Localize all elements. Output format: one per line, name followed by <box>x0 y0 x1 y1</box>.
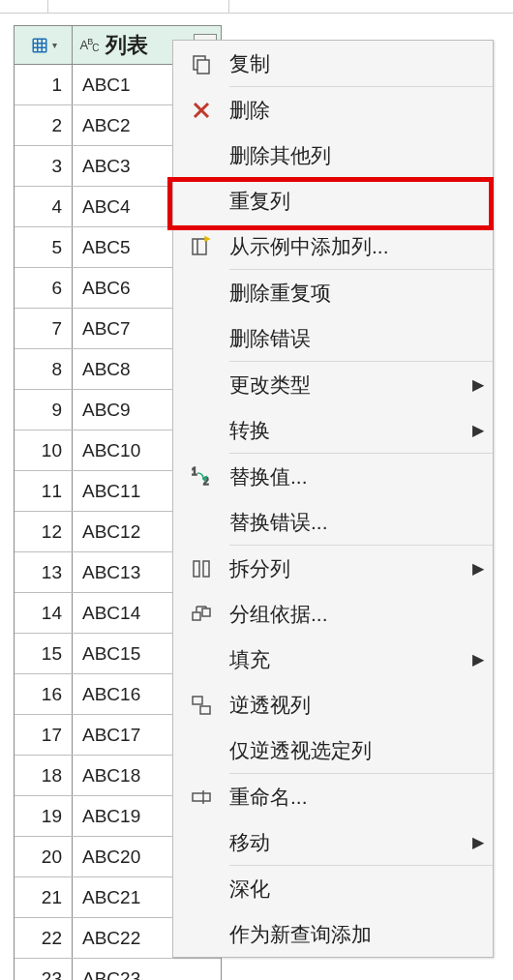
menu-add-column-from-examples[interactable]: 从示例中添加列... <box>173 223 493 269</box>
abc-type-icon: ABC <box>78 35 100 56</box>
svg-rect-16 <box>202 609 210 616</box>
svg-rect-14 <box>203 561 209 577</box>
row-number[interactable]: 3 <box>15 146 73 186</box>
chevron-right-icon: ▶ <box>464 559 493 578</box>
row-number[interactable]: 22 <box>15 918 73 958</box>
row-number[interactable]: 11 <box>15 471 73 511</box>
svg-rect-22 <box>193 793 210 801</box>
rename-icon <box>173 786 229 809</box>
menu-replace-values[interactable]: 1 2 替换值... <box>173 454 493 499</box>
chevron-right-icon: ▶ <box>464 833 493 851</box>
svg-rect-21 <box>200 706 210 714</box>
menu-replace-errors[interactable]: 替换错误... <box>173 499 493 545</box>
unpivot-icon <box>173 694 229 717</box>
menu-add-as-new-query[interactable]: 作为新查询添加 <box>173 911 493 957</box>
formula-bar <box>0 0 513 14</box>
menu-duplicate-column[interactable]: 重复列 <box>173 178 493 223</box>
menu-remove-errors[interactable]: 删除错误 <box>173 315 493 361</box>
delete-icon <box>173 99 229 122</box>
row-number[interactable]: 12 <box>15 512 73 551</box>
row-number[interactable]: 8 <box>15 349 73 389</box>
split-column-icon <box>173 557 229 580</box>
chevron-right-icon: ▶ <box>464 375 493 394</box>
menu-remove[interactable]: 删除 <box>173 87 493 133</box>
menu-group-by[interactable]: 分组依据... <box>173 591 493 637</box>
row-number[interactable]: 9 <box>15 390 73 430</box>
menu-change-type[interactable]: 更改类型 ▶ <box>173 362 493 407</box>
table-row[interactable]: 23ABC23 <box>15 959 221 980</box>
add-column-icon <box>173 235 229 258</box>
table-icon <box>29 35 50 56</box>
menu-drill-down[interactable]: 深化 <box>173 866 493 911</box>
menu-remove-duplicates[interactable]: 删除重复项 <box>173 270 493 315</box>
column-header-label: 列表 <box>106 31 148 60</box>
row-number[interactable]: 13 <box>15 552 73 592</box>
menu-rename[interactable]: 重命名... <box>173 774 493 819</box>
row-number[interactable]: 17 <box>15 715 73 755</box>
svg-rect-15 <box>193 612 200 620</box>
menu-unpivot-selected[interactable]: 仅逆透视选定列 <box>173 728 493 773</box>
svg-rect-9 <box>193 239 206 254</box>
replace-icon: 1 2 <box>173 465 229 489</box>
chevron-right-icon: ▶ <box>464 421 493 439</box>
row-number[interactable]: 4 <box>15 187 73 226</box>
menu-remove-other-columns[interactable]: 删除其他列 <box>173 133 493 178</box>
row-number[interactable]: 21 <box>15 877 73 917</box>
row-number[interactable]: 10 <box>15 431 73 470</box>
chevron-right-icon: ▶ <box>464 650 493 668</box>
menu-split-column[interactable]: 拆分列 ▶ <box>173 546 493 591</box>
row-number[interactable]: 16 <box>15 674 73 714</box>
row-number[interactable]: 1 <box>15 65 73 104</box>
row-number[interactable]: 6 <box>15 268 73 308</box>
svg-rect-6 <box>197 60 209 74</box>
copy-icon <box>173 52 229 75</box>
row-number[interactable]: 20 <box>15 837 73 876</box>
row-number[interactable]: 2 <box>15 105 73 145</box>
column-context-menu: 复制 删除 删除其他列 重复列 <box>172 40 494 958</box>
row-number[interactable]: 7 <box>15 309 73 348</box>
row-number[interactable]: 14 <box>15 593 73 633</box>
svg-rect-13 <box>194 561 199 577</box>
svg-rect-20 <box>193 697 202 704</box>
row-number[interactable]: 19 <box>15 796 73 836</box>
menu-transform[interactable]: 转换 ▶ <box>173 407 493 453</box>
row-number[interactable]: 18 <box>15 756 73 795</box>
row-number[interactable]: 5 <box>15 227 73 267</box>
menu-fill[interactable]: 填充 ▶ <box>173 637 493 682</box>
svg-text:1: 1 <box>192 466 197 477</box>
group-by-icon <box>173 603 229 626</box>
menu-copy[interactable]: 复制 <box>173 41 493 86</box>
menu-move[interactable]: 移动 ▶ <box>173 819 493 865</box>
select-all-button[interactable]: ▾ <box>15 26 73 64</box>
row-number[interactable]: 15 <box>15 634 73 673</box>
row-number[interactable]: 23 <box>15 959 73 980</box>
svg-rect-0 <box>33 39 46 52</box>
cell-value[interactable]: ABC23 <box>73 959 221 980</box>
menu-unpivot[interactable]: 逆透视列 <box>173 682 493 728</box>
chevron-down-icon: ▾ <box>52 40 57 50</box>
